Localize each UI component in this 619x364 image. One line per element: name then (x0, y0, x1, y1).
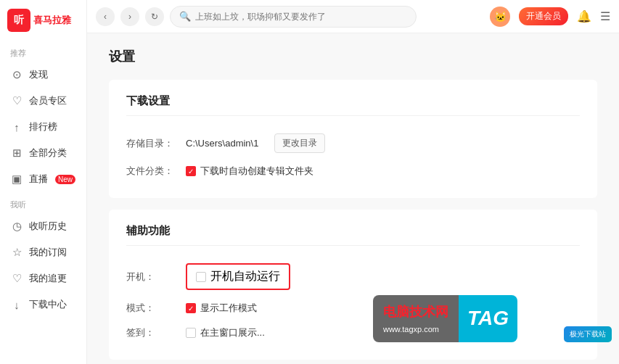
download-path-row: 存储目录： C:\Users\admin\1 更改目录 (126, 128, 580, 159)
download-settings-section: 下载设置 存储目录： C:\Users\admin\1 更改目录 文件分类： ✓… (109, 80, 597, 198)
following-icon: ♡ (10, 272, 23, 285)
file-category-label: 文件分类： (126, 165, 177, 178)
watermark-site-name: 电脑技术网 (383, 301, 448, 323)
refresh-icon: ↻ (151, 12, 158, 22)
watermark-overlay: 电脑技术网 www.tagxp.com TAG (373, 295, 517, 342)
sidebar-item-discover[interactable]: ⊙ 发现 (0, 62, 86, 88)
rank-icon: ↑ (10, 121, 23, 133)
checkin-checkbox[interactable] (186, 328, 196, 338)
history-icon: ◷ (10, 220, 23, 233)
settings-content: 设置 下载设置 存储目录： C:\Users\admin\1 更改目录 文件分类… (87, 33, 619, 364)
sidebar-item-rank[interactable]: ↑ 排行榜 (0, 114, 86, 140)
download-path-label: 存储目录： (126, 137, 177, 150)
menu-icon[interactable]: ☰ (600, 9, 610, 23)
search-icon: 🔍 (179, 11, 191, 22)
startup-option-label: 开机自动运行 (210, 269, 280, 284)
main-wrapper: ‹ › ↻ 🔍 🐱 开通会员 🔔 ☰ 设置 (87, 0, 619, 364)
search-input[interactable] (195, 12, 407, 22)
file-category-checkbox[interactable]: ✓ (186, 166, 196, 176)
avatar: 🐱 (490, 7, 510, 27)
watermark-site-url: www.tagxp.com (383, 323, 448, 336)
startup-label: 开机： (126, 270, 177, 284)
sidebar-item-category[interactable]: ⊞ 全部分类 (0, 140, 86, 166)
category-icon: ⊞ (10, 146, 23, 160)
back-button[interactable]: ‹ (96, 7, 115, 26)
discover-icon: ⊙ (10, 68, 23, 81)
download-section-title: 下载设置 (126, 94, 580, 116)
sidebar-item-history[interactable]: ◷ 收听历史 (0, 213, 86, 239)
sidebar-item-subscription[interactable]: ☆ 我的订阅 (0, 239, 86, 265)
startup-highlight-box: 开机自动运行 (186, 263, 290, 290)
file-category-option-label: 下载时自动创建专辑文件夹 (200, 165, 313, 178)
vip-button-label: 开通会员 (526, 10, 561, 22)
mode-checkbox[interactable]: ✓ (186, 303, 196, 313)
forward-icon: › (128, 12, 131, 22)
sidebar-item-rank-label: 排行榜 (29, 120, 57, 133)
file-category-row: 文件分类： ✓ 下载时自动创建专辑文件夹 (126, 159, 580, 183)
live-icon: ▣ (10, 173, 23, 186)
refresh-button[interactable]: ↻ (145, 7, 164, 26)
aux-settings-section: 辅助功能 开机： 开机自动运行 模式： ✓ 显示工作模式 (109, 210, 597, 360)
topbar-right: 🐱 开通会员 🔔 ☰ (490, 7, 610, 27)
live-new-badge: New (55, 175, 75, 184)
section-recommend-label: 推荐 (0, 41, 86, 62)
sidebar-item-discover-label: 发现 (29, 68, 48, 81)
sidebar-item-following-label: 我的追更 (29, 272, 67, 285)
checkin-option-label: 在主窗口展示... (200, 326, 265, 339)
logo-text: 喜马拉雅 (33, 14, 71, 27)
download-icon: ↓ (10, 299, 23, 311)
bell-icon[interactable]: 🔔 (577, 9, 591, 23)
sidebar: 听 喜马拉雅 推荐 ⊙ 发现 ♡ 会员专区 ↑ 排行榜 ⊞ 全部分类 ▣ 直播 … (0, 0, 87, 364)
checkin-checkbox-group: 在主窗口展示... (186, 326, 265, 339)
sidebar-item-vip-label: 会员专区 (29, 94, 67, 107)
topbar: ‹ › ↻ 🔍 🐱 开通会员 🔔 ☰ (87, 0, 619, 33)
vip-button[interactable]: 开通会员 (519, 7, 568, 25)
mode-option-label: 显示工作模式 (200, 302, 257, 315)
logo-icon: 听 (7, 9, 30, 32)
forward-button[interactable]: › (120, 7, 139, 26)
section-my-label: 我听 (0, 192, 86, 213)
vip-icon: ♡ (10, 94, 23, 107)
mode-checkbox-group: ✓ 显示工作模式 (186, 302, 257, 315)
mode-label: 模式： (126, 302, 177, 315)
page-title: 设置 (109, 48, 597, 65)
sidebar-item-category-label: 全部分类 (29, 146, 67, 160)
sidebar-item-subscription-label: 我的订阅 (29, 246, 67, 259)
search-box: 🔍 (170, 6, 417, 28)
change-dir-button[interactable]: 更改目录 (274, 133, 325, 153)
sidebar-item-download-label: 下载中心 (29, 298, 67, 311)
download-path-value: C:\Users\admin\1 (186, 138, 258, 149)
aurora-badge: 极光下载站 (564, 326, 612, 342)
startup-checkbox[interactable] (196, 272, 206, 282)
sidebar-item-live[interactable]: ▣ 直播 New (0, 166, 86, 192)
back-icon: ‹ (104, 12, 107, 22)
sidebar-item-history-label: 收听历史 (29, 220, 67, 233)
aux-section-title: 辅助功能 (126, 224, 580, 246)
watermark-tag: TAG (459, 295, 517, 342)
aurora-badge-label: 极光下载站 (570, 329, 606, 339)
watermark-text: 电脑技术网 www.tagxp.com (373, 295, 459, 342)
sidebar-item-vip[interactable]: ♡ 会员专区 (0, 88, 86, 114)
file-category-checkbox-group: ✓ 下载时自动创建专辑文件夹 (186, 165, 313, 178)
sidebar-item-live-label: 直播 (29, 173, 48, 186)
subscription-icon: ☆ (10, 246, 23, 259)
app-logo: 听 喜马拉雅 (0, 0, 86, 41)
sidebar-item-download[interactable]: ↓ 下载中心 (0, 291, 86, 318)
startup-row: 开机： 开机自动运行 (126, 257, 580, 296)
sidebar-item-following[interactable]: ♡ 我的追更 (0, 265, 86, 291)
main-content: ‹ › ↻ 🔍 🐱 开通会员 🔔 ☰ 设置 (87, 0, 619, 364)
checkin-label: 签到： (126, 326, 177, 339)
